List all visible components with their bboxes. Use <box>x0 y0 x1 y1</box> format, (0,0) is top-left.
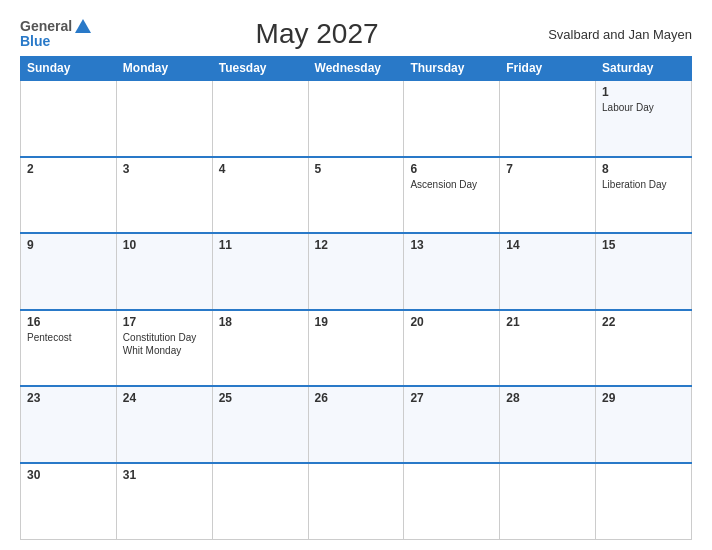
logo-blue-text: Blue <box>20 33 50 49</box>
col-wednesday: Wednesday <box>308 57 404 81</box>
col-tuesday: Tuesday <box>212 57 308 81</box>
day-number: 31 <box>123 468 206 482</box>
day-number: 14 <box>506 238 589 252</box>
logo: General Blue <box>20 19 92 50</box>
region-label: Svalbard and Jan Mayen <box>542 27 692 42</box>
day-number: 29 <box>602 391 685 405</box>
logo-triangle-icon <box>75 19 91 33</box>
calendar-cell: 20 <box>404 310 500 387</box>
calendar-cell: 29 <box>596 386 692 463</box>
calendar-week-row: 3031 <box>21 463 692 540</box>
calendar-cell: 5 <box>308 157 404 234</box>
col-saturday: Saturday <box>596 57 692 81</box>
day-number: 30 <box>27 468 110 482</box>
calendar-header-row: Sunday Monday Tuesday Wednesday Thursday… <box>21 57 692 81</box>
calendar-cell: 25 <box>212 386 308 463</box>
calendar-cell: 16Pentecost <box>21 310 117 387</box>
calendar-week-row: 16Pentecost17Constitution DayWhit Monday… <box>21 310 692 387</box>
calendar-cell: 14 <box>500 233 596 310</box>
day-number: 2 <box>27 162 110 176</box>
calendar-page: General Blue May 2027 Svalbard and Jan M… <box>0 0 712 550</box>
event-label: Pentecost <box>27 331 110 344</box>
day-number: 12 <box>315 238 398 252</box>
day-number: 26 <box>315 391 398 405</box>
calendar-cell: 2 <box>21 157 117 234</box>
day-number: 13 <box>410 238 493 252</box>
month-title: May 2027 <box>92 18 542 50</box>
event-label: Whit Monday <box>123 344 206 357</box>
day-number: 27 <box>410 391 493 405</box>
calendar-cell <box>500 463 596 540</box>
event-label: Constitution Day <box>123 331 206 344</box>
day-number: 4 <box>219 162 302 176</box>
calendar-cell: 31 <box>116 463 212 540</box>
calendar-cell: 8Liberation Day <box>596 157 692 234</box>
day-number: 20 <box>410 315 493 329</box>
day-number: 8 <box>602 162 685 176</box>
day-number: 25 <box>219 391 302 405</box>
calendar-cell <box>500 80 596 157</box>
calendar-cell <box>308 463 404 540</box>
calendar-cell <box>212 80 308 157</box>
day-number: 16 <box>27 315 110 329</box>
calendar-cell <box>596 463 692 540</box>
calendar-week-row: 9101112131415 <box>21 233 692 310</box>
day-number: 1 <box>602 85 685 99</box>
calendar-cell: 13 <box>404 233 500 310</box>
day-number: 17 <box>123 315 206 329</box>
day-number: 3 <box>123 162 206 176</box>
calendar-table: Sunday Monday Tuesday Wednesday Thursday… <box>20 56 692 540</box>
day-number: 7 <box>506 162 589 176</box>
calendar-cell <box>308 80 404 157</box>
calendar-cell: 6Ascension Day <box>404 157 500 234</box>
calendar-cell: 12 <box>308 233 404 310</box>
day-number: 11 <box>219 238 302 252</box>
day-number: 9 <box>27 238 110 252</box>
day-number: 15 <box>602 238 685 252</box>
day-number: 22 <box>602 315 685 329</box>
calendar-cell: 18 <box>212 310 308 387</box>
calendar-cell: 28 <box>500 386 596 463</box>
calendar-cell: 10 <box>116 233 212 310</box>
day-number: 5 <box>315 162 398 176</box>
day-number: 6 <box>410 162 493 176</box>
calendar-cell: 30 <box>21 463 117 540</box>
day-number: 21 <box>506 315 589 329</box>
day-number: 19 <box>315 315 398 329</box>
calendar-week-row: 1Labour Day <box>21 80 692 157</box>
calendar-cell <box>21 80 117 157</box>
event-label: Ascension Day <box>410 178 493 191</box>
col-thursday: Thursday <box>404 57 500 81</box>
calendar-cell <box>404 463 500 540</box>
calendar-week-row: 23456Ascension Day78Liberation Day <box>21 157 692 234</box>
calendar-cell: 27 <box>404 386 500 463</box>
calendar-header: General Blue May 2027 Svalbard and Jan M… <box>20 10 692 56</box>
col-monday: Monday <box>116 57 212 81</box>
logo-general-text: General <box>20 19 72 34</box>
day-number: 18 <box>219 315 302 329</box>
calendar-cell: 26 <box>308 386 404 463</box>
day-number: 28 <box>506 391 589 405</box>
col-friday: Friday <box>500 57 596 81</box>
calendar-cell: 9 <box>21 233 117 310</box>
calendar-cell: 19 <box>308 310 404 387</box>
day-number: 10 <box>123 238 206 252</box>
calendar-cell <box>404 80 500 157</box>
day-number: 24 <box>123 391 206 405</box>
event-label: Labour Day <box>602 101 685 114</box>
event-label: Liberation Day <box>602 178 685 191</box>
calendar-cell: 11 <box>212 233 308 310</box>
calendar-cell: 4 <box>212 157 308 234</box>
calendar-cell <box>116 80 212 157</box>
calendar-cell <box>212 463 308 540</box>
calendar-cell: 22 <box>596 310 692 387</box>
calendar-cell: 15 <box>596 233 692 310</box>
calendar-cell: 3 <box>116 157 212 234</box>
calendar-cell: 24 <box>116 386 212 463</box>
calendar-cell: 17Constitution DayWhit Monday <box>116 310 212 387</box>
calendar-cell: 1Labour Day <box>596 80 692 157</box>
calendar-cell: 23 <box>21 386 117 463</box>
calendar-week-row: 23242526272829 <box>21 386 692 463</box>
day-number: 23 <box>27 391 110 405</box>
calendar-cell: 7 <box>500 157 596 234</box>
